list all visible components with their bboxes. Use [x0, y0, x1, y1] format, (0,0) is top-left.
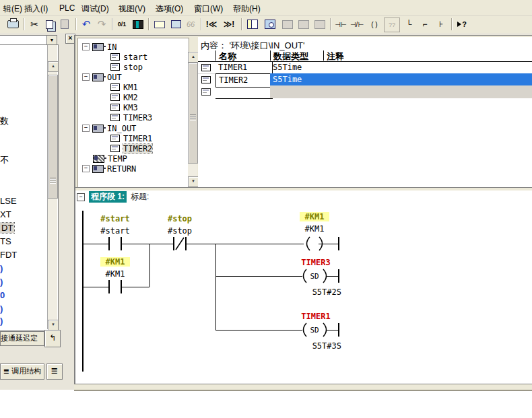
new-network-button[interactable] [280, 18, 295, 31]
toolbar-separator [201, 18, 202, 30]
name-cell[interactable] [215, 85, 273, 99]
tree-node-timer1[interactable]: TIMER1 [110, 133, 152, 143]
menu-options[interactable]: 选项(O) [154, 3, 185, 15]
glasses-button[interactable]: 66 [183, 18, 198, 31]
insert-connector-button[interactable]: ⊦ [434, 18, 448, 31]
section-icon [92, 165, 104, 173]
tree-node-stop[interactable]: stop [110, 62, 143, 72]
menu-insert[interactable]: 插入(I) [22, 3, 50, 15]
declaration-view-button[interactable] [152, 18, 167, 31]
tree-node-km3[interactable]: KM3 [110, 102, 138, 112]
collapse-icon[interactable]: − [82, 73, 90, 81]
menu-plc[interactable]: PLC [57, 3, 77, 13]
list-item[interactable]: 0 [0, 290, 5, 300]
tree-scrollbar[interactable]: ▲ ▼ [188, 52, 197, 186]
toggle-sidebar-button[interactable] [245, 18, 260, 31]
tab-overview[interactable]: ≣ [46, 363, 63, 380]
menu-debug[interactable]: 调试(D) [79, 3, 111, 15]
scroll-down-button[interactable]: ▼ [188, 176, 199, 187]
list-item[interactable]: ) [0, 304, 3, 314]
svg-text:#KM1: #KM1 [305, 212, 325, 221]
symbol-table-icon [314, 20, 325, 29]
tab-call-structure[interactable]: ≣ 调用结构 [0, 363, 44, 380]
overview-window-button[interactable] [263, 18, 277, 31]
undo-button[interactable]: ↶ [79, 18, 94, 31]
network-header[interactable]: − 程序段 1: 标题: [77, 192, 149, 202]
table-row-timer2-selected[interactable]: TIMER2 S5Time [198, 73, 532, 85]
network-collapse-icon[interactable]: − [77, 193, 85, 201]
tree-node-out[interactable]: −OUT [82, 72, 122, 82]
goto-previous-error-button[interactable]: !≪ [204, 18, 219, 31]
jump-to-element-button[interactable]: ↰ [44, 330, 61, 347]
close-branch-button[interactable]: ⌐ [418, 18, 432, 31]
type-cell[interactable]: S5Time [270, 61, 532, 74]
insert-coil-button[interactable]: ( ) [367, 18, 382, 31]
menu-help[interactable]: 帮助(H) [231, 3, 263, 15]
download-button[interactable] [131, 18, 145, 31]
scroll-up-button[interactable]: ▲ [48, 61, 59, 72]
sidebar-scrollbar[interactable]: ▲ ▼ [47, 45, 57, 329]
network-title[interactable]: 标题: [131, 191, 149, 203]
scroll-up-button[interactable]: ▲ [188, 52, 199, 63]
list-item[interactable]: ) [0, 316, 3, 326]
insert-no-contact-button[interactable]: ⊣⊢ [333, 18, 348, 31]
monitor-button[interactable] [168, 18, 183, 31]
tree-node-km1[interactable]: KM1 [110, 82, 138, 92]
symbol-table-button[interactable] [312, 18, 327, 31]
list-item-s-pext[interactable]: XT [0, 209, 11, 219]
collapse-icon[interactable]: − [82, 43, 90, 50]
menu-window[interactable]: 窗口(W) [192, 3, 225, 15]
address-format-button[interactable]: 0/1 [114, 18, 129, 31]
cut-button[interactable]: ✂ [27, 18, 42, 31]
tree-node-in[interactable]: −IN [82, 42, 117, 52]
list-item[interactable]: 不 [0, 154, 9, 166]
type-cell[interactable] [270, 85, 532, 98]
list-item[interactable]: ) [0, 263, 3, 273]
list-item[interactable]: ) [0, 277, 3, 287]
contact-km1[interactable]: #KM1 #KM1 [100, 257, 130, 293]
paste-button[interactable] [57, 18, 72, 31]
context-help-button[interactable]: ? [455, 18, 469, 31]
redo-button[interactable]: ↷ [94, 18, 109, 31]
list-item-s-odts[interactable]: TS [0, 236, 11, 246]
collapse-icon[interactable]: − [82, 165, 90, 172]
contact-stop-nc[interactable]: #stop #stop [168, 214, 192, 250]
goto-next-error-button[interactable]: ≫! [222, 18, 236, 31]
menu-edit[interactable]: 辑(E) [1, 3, 24, 15]
open-branch-button[interactable]: └ [401, 18, 416, 31]
coil-km1[interactable]: #KM1 #KM1 [300, 212, 339, 250]
tree-node-in-out[interactable]: −IN_OUT [82, 123, 136, 133]
coil-timer3-sd[interactable]: SD TIMER3 S5T#2S [301, 258, 341, 297]
tree-node-timer2[interactable]: TIMER2 [110, 143, 152, 153]
insert-empty-box-button[interactable]: ?? [384, 18, 400, 32]
scroll-down-button[interactable]: ▼ [48, 320, 59, 330]
copy-button[interactable] [42, 18, 57, 31]
row-icon [201, 88, 211, 96]
network-label[interactable]: 程序段 1: [89, 191, 127, 203]
column-header-name[interactable]: 名称 [215, 50, 273, 61]
program-elements-button[interactable] [296, 18, 311, 31]
column-header-type[interactable]: 数据类型 [270, 50, 326, 61]
insert-nc-contact-button[interactable]: ⊣/⊢ [350, 18, 364, 31]
tree-node-temp[interactable]: TEMP [93, 153, 127, 164]
list-item-s-odt-selected[interactable]: DT [0, 223, 14, 233]
scrollbar-thumb[interactable] [48, 75, 58, 199]
collapse-icon[interactable]: − [82, 125, 90, 132]
scrollbar-thumb[interactable] [188, 63, 198, 164]
table-row-empty[interactable] [198, 85, 532, 98]
list-item-s-offdt[interactable]: FDT [0, 250, 17, 260]
contact-start[interactable]: #start #start [100, 214, 129, 250]
tree-node-start[interactable]: start [110, 52, 147, 62]
coil-timer1-sd[interactable]: SD TIMER1 S5T#3S [301, 312, 341, 351]
tree-node-km2[interactable]: KM2 [110, 92, 138, 102]
list-item-s-pulse[interactable]: LSE [0, 196, 17, 206]
name-cell[interactable]: TIMER1 [215, 61, 273, 74]
tree-node-timer3[interactable]: TIMER3 [110, 112, 152, 123]
column-header-comment[interactable]: 注释 [323, 50, 532, 61]
table-row-timer1[interactable]: TIMER1 S5Time [198, 61, 532, 74]
list-item[interactable]: 数 [0, 115, 9, 127]
menu-view[interactable]: 视图(V) [117, 3, 147, 15]
tree-node-return[interactable]: −RETURN [82, 164, 136, 174]
print-button[interactable] [5, 18, 20, 31]
type-cell-selected[interactable]: S5Time [270, 73, 532, 86]
